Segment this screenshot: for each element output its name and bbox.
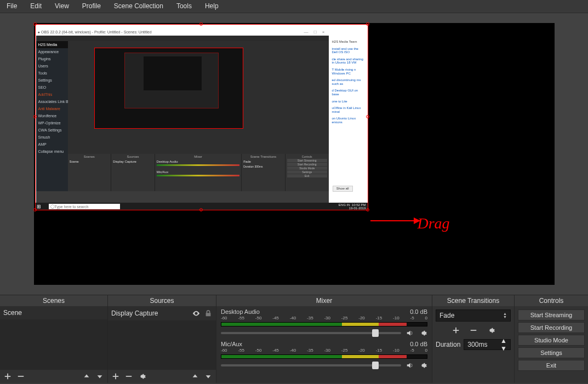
- scenes-header: Scenes: [0, 295, 107, 306]
- volume-slider[interactable]: [221, 332, 401, 334]
- controls-panel: Controls Start Streaming Start Recording…: [515, 295, 588, 383]
- mixer-channel-name: Desktop Audio: [221, 308, 260, 315]
- resize-handle-w[interactable]: [33, 115, 37, 118]
- resize-handle-s[interactable]: [199, 208, 203, 211]
- scene-move-up-button[interactable]: [82, 372, 91, 381]
- preview-canvas[interactable]: H2S Media Team install and use the Dell …: [34, 23, 555, 285]
- remove-scene-button[interactable]: [16, 372, 25, 381]
- dock-panels: Scenes Scene Sources Display Capture: [0, 295, 588, 383]
- visibility-toggle-icon[interactable]: [192, 309, 201, 318]
- audio-meter: [221, 322, 427, 326]
- chevron-updown-icon: ▲▼: [500, 337, 507, 352]
- source-properties-button[interactable]: [138, 372, 146, 381]
- transitions-header: Scene Transitions: [432, 295, 514, 306]
- menu-scene-collection[interactable]: Scene Collection: [107, 0, 170, 13]
- add-source-button[interactable]: [111, 372, 120, 381]
- mixer-channel-desktop-audio: Desktop Audio0.0 dB -60-55-50-45-40-35-3…: [216, 306, 432, 339]
- sources-header: Sources: [108, 295, 216, 306]
- mixer-channel-db: 0.0 dB: [410, 341, 427, 347]
- source-item[interactable]: Display Capture: [108, 306, 216, 320]
- scene-item[interactable]: Scene: [0, 306, 107, 319]
- source-item-label: Display Capture: [111, 310, 158, 317]
- transition-properties-button[interactable]: [487, 326, 495, 335]
- settings-button[interactable]: Settings: [518, 347, 585, 358]
- start-streaming-button[interactable]: Start Streaming: [518, 310, 585, 320]
- resize-handle-nw[interactable]: [33, 22, 37, 26]
- menu-edit[interactable]: Edit: [24, 0, 48, 13]
- duration-label: Duration: [436, 341, 460, 348]
- volume-slider[interactable]: [221, 364, 401, 366]
- scene-move-down-button[interactable]: [95, 372, 104, 381]
- exit-button[interactable]: Exit: [518, 360, 585, 371]
- transitions-panel: Scene Transitions Fade ▲▼ Duration 300ms…: [432, 295, 515, 383]
- remove-transition-button[interactable]: [469, 326, 478, 335]
- audio-meter: [221, 354, 427, 359]
- mixer-header: Mixer: [216, 295, 432, 306]
- mixer-channel-mic-aux: Mic/Aux0.0 dB -60-55-50-45-40-35-30-25-2…: [216, 339, 432, 371]
- resize-handle-ne[interactable]: [366, 22, 369, 26]
- annotation-arrow: [370, 220, 420, 221]
- source-bounding-box[interactable]: [35, 24, 368, 210]
- menu-help[interactable]: Help: [198, 0, 225, 13]
- menubar: File Edit View Profile Scene Collection …: [0, 0, 588, 13]
- menu-tools[interactable]: Tools: [170, 0, 198, 13]
- channel-settings-button[interactable]: [419, 329, 427, 337]
- mixer-panel: Mixer Desktop Audio0.0 dB -60-55-50-45-4…: [216, 295, 432, 383]
- sources-panel: Sources Display Capture: [108, 295, 216, 383]
- controls-header: Controls: [515, 295, 588, 306]
- studio-mode-button[interactable]: Studio Mode: [518, 335, 585, 346]
- resize-handle-n[interactable]: [199, 22, 203, 26]
- annotation-text: Drag: [418, 215, 450, 232]
- mixer-channel-db: 0.0 dB: [410, 308, 427, 315]
- add-scene-button[interactable]: [3, 372, 12, 381]
- duration-input[interactable]: 300ms ▲▼: [464, 339, 511, 350]
- mute-button[interactable]: [406, 361, 414, 370]
- resize-handle-sw[interactable]: [33, 208, 37, 211]
- resize-handle-e[interactable]: [366, 115, 369, 118]
- resize-handle-se[interactable]: [366, 208, 369, 211]
- source-move-down-button[interactable]: [204, 372, 213, 381]
- mute-button[interactable]: [406, 329, 414, 337]
- add-transition-button[interactable]: [452, 326, 460, 335]
- menu-profile[interactable]: Profile: [76, 0, 107, 13]
- channel-settings-button[interactable]: [419, 361, 427, 370]
- mixer-channel-name: Mic/Aux: [221, 341, 242, 347]
- source-move-up-button[interactable]: [191, 372, 199, 381]
- remove-source-button[interactable]: [124, 372, 133, 381]
- lock-toggle-icon[interactable]: [204, 309, 213, 318]
- start-recording-button[interactable]: Start Recording: [518, 322, 585, 333]
- scenes-panel: Scenes Scene: [0, 295, 108, 383]
- transition-select[interactable]: Fade ▲▼: [436, 310, 511, 322]
- preview-area: H2S Media Team install and use the Dell …: [0, 13, 588, 295]
- menu-file[interactable]: File: [0, 0, 24, 13]
- menu-view[interactable]: View: [48, 0, 76, 13]
- chevron-updown-icon: ▲▼: [503, 312, 507, 319]
